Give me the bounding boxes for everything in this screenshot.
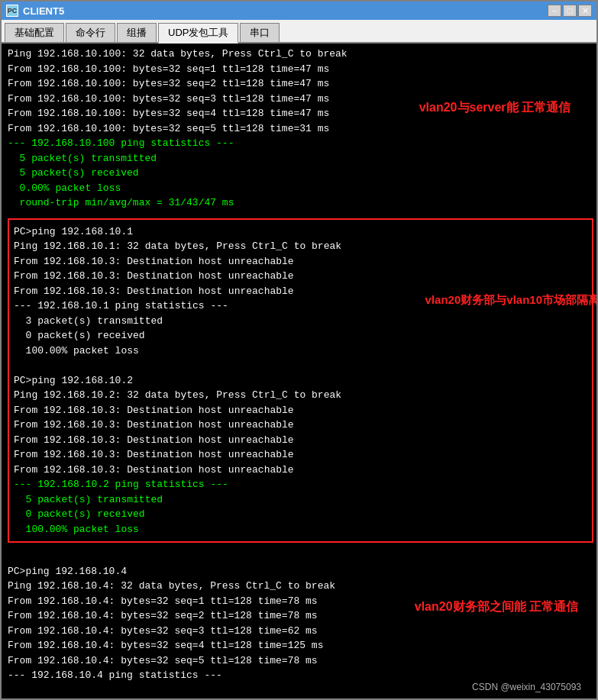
watermark: CSDN @weixin_43075093 bbox=[472, 682, 581, 692]
annotation-vlan20-intra: vlan20财务部之间能 正常通信 bbox=[415, 599, 578, 615]
ping-block-1: Ping 192.168.10.100: 32 data bytes, Pres… bbox=[8, 47, 593, 211]
title-left: PC CLIENT5 bbox=[6, 5, 64, 17]
close-button[interactable]: ✕ bbox=[578, 5, 592, 17]
tab-basic-config[interactable]: 基础配置 bbox=[5, 23, 64, 42]
tab-serial[interactable]: 串口 bbox=[240, 23, 280, 42]
terminal-area[interactable]: Ping 192.168.10.100: 32 data bytes, Pres… bbox=[2, 44, 596, 698]
annotation-vlan20-server: vlan20与server能 正常通信 bbox=[419, 100, 571, 116]
tab-bar: 基础配置 命令行 组播 UDP发包工具 串口 bbox=[2, 20, 596, 44]
terminal-output: Ping 192.168.10.100: 32 data bytes, Pres… bbox=[8, 47, 593, 683]
annotation-vlan20-vlan10: vlan20财务部与vlan10市场部隔离 bbox=[425, 292, 596, 308]
title-bar: PC CLIENT5 − □ ✕ bbox=[2, 2, 596, 20]
ping-block-2: PC>ping 192.168.10.1 Ping 192.168.10.1: … bbox=[14, 224, 587, 359]
tab-multicast[interactable]: 组播 bbox=[117, 23, 157, 42]
ping-block-3: PC>ping 192.168.10.2 Ping 192.168.10.2: … bbox=[14, 358, 587, 537]
app-icon: PC bbox=[6, 5, 18, 17]
minimize-button[interactable]: − bbox=[548, 5, 561, 17]
window-title: CLIENT5 bbox=[23, 5, 64, 17]
red-box-section: PC>ping 192.168.10.1 Ping 192.168.10.1: … bbox=[8, 218, 593, 544]
tab-udp-tool[interactable]: UDP发包工具 bbox=[158, 23, 238, 44]
main-window: PC CLIENT5 − □ ✕ 基础配置 命令行 组播 UDP发包工具 串口 … bbox=[0, 0, 598, 700]
title-controls: − □ ✕ bbox=[548, 5, 592, 17]
maximize-button[interactable]: □ bbox=[563, 5, 577, 17]
tab-command-line[interactable]: 命令行 bbox=[66, 23, 115, 42]
ping-block-4: PC>ping 192.168.10.4 Ping 192.168.10.4: … bbox=[8, 549, 593, 683]
